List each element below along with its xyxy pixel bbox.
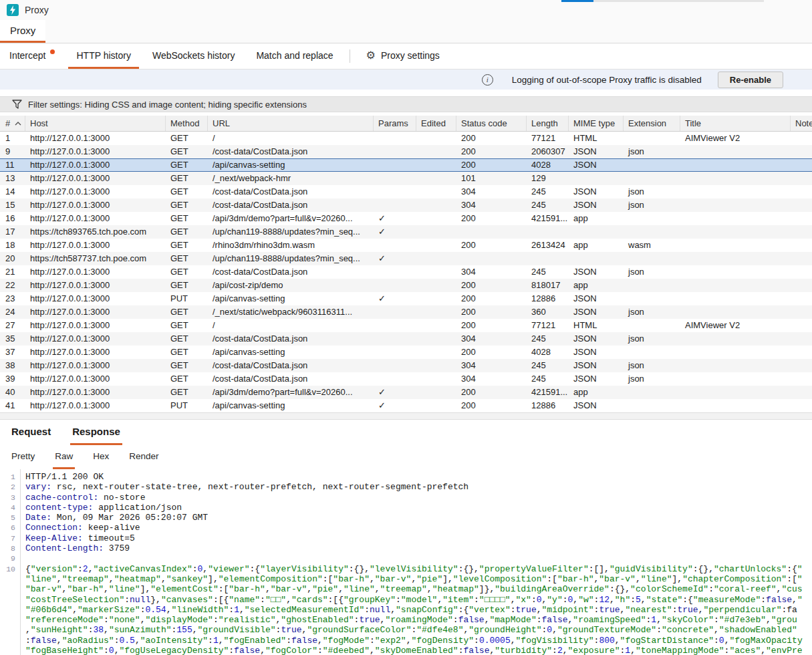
tab-pretty[interactable]: Pretty (9, 445, 37, 469)
column-header-title[interactable]: Title (680, 116, 791, 131)
tab-raw[interactable]: Raw (53, 445, 75, 469)
table-row[interactable]: 15http://127.0.0.1:3000GET/cost-data/Cos… (0, 199, 812, 212)
cell-params (374, 359, 416, 372)
table-row[interactable]: 38http://127.0.0.1:3000GET/cost-data/Cos… (0, 359, 812, 372)
cell-host: http://127.0.0.1:3000 (25, 145, 166, 158)
cell-mime: app (569, 386, 624, 399)
table-row[interactable]: 9http://127.0.0.1:3000GET/cost-data/Cost… (0, 145, 812, 158)
cell-ext (624, 172, 680, 185)
column-header-index[interactable]: # (0, 116, 25, 131)
cell-status: 200 (456, 132, 527, 145)
cell-id: 27 (0, 319, 25, 332)
cell-status: 304 (456, 332, 527, 346)
line-number (0, 646, 20, 655)
cell-mime: app (569, 212, 624, 225)
cell-status: 200 (456, 158, 527, 172)
column-header-label: Status code (461, 118, 507, 128)
cell-note (791, 305, 812, 319)
column-header-host[interactable]: Host (25, 116, 166, 131)
tab-render[interactable]: Render (127, 445, 160, 469)
cell-edited (416, 332, 456, 346)
table-row[interactable]: 23http://127.0.0.1:3000PUT/api/canvas-se… (0, 292, 812, 305)
cell-host: http://127.0.0.1:3000 (25, 386, 166, 399)
table-row[interactable]: 21http://127.0.0.1:3000GET/cost-data/Cos… (0, 265, 812, 279)
proxy-app-icon (7, 4, 19, 16)
cell-method: GET (166, 332, 208, 346)
line-number (0, 636, 20, 646)
column-header-status[interactable]: Status code (456, 116, 527, 131)
filter-settings-text: Filter settings: Hiding CSS and image co… (28, 100, 307, 110)
cell-edited (416, 185, 456, 199)
cell-note (791, 185, 812, 199)
cell-title (680, 332, 791, 346)
cell-method: GET (166, 252, 208, 265)
filter-settings-bar[interactable]: Filter settings: Hiding CSS and image co… (0, 96, 812, 112)
cell-ext: json (624, 372, 680, 386)
panel-splitter[interactable] (0, 412, 812, 420)
cell-url: /cost-data/CostData.json (208, 185, 374, 199)
table-row[interactable]: 41http://127.0.0.1:3000PUT/api/canvas-se… (0, 399, 812, 412)
table-row[interactable]: 37http://127.0.0.1:3000GET/api/canvas-se… (0, 346, 812, 359)
column-header-url[interactable]: URL (208, 116, 374, 131)
cell-title (680, 346, 791, 359)
tab-request[interactable]: Request (9, 420, 53, 445)
cell-mime: JSON (569, 199, 624, 212)
cell-edited (416, 252, 456, 265)
tab-proxy-settings[interactable]: ⚙ Proxy settings (358, 43, 448, 69)
cell-id: 13 (0, 172, 25, 185)
cell-id: 37 (0, 346, 25, 359)
table-row[interactable]: 16http://127.0.0.1:3000GET/api/3dm/demo?… (0, 212, 812, 225)
cell-ext (624, 346, 680, 359)
cell-method: GET (166, 279, 208, 292)
table-row[interactable]: 24http://127.0.0.1:3000GET/_next/static/… (0, 305, 812, 319)
table-row[interactable]: 11http://127.0.0.1:3000GET/api/canvas-se… (0, 158, 812, 172)
column-header-length[interactable]: Length (527, 116, 569, 131)
table-row[interactable]: 35http://127.0.0.1:3000GET/cost-data/Cos… (0, 332, 812, 346)
tab-http-history-label: HTTP history (76, 50, 130, 61)
cell-id: 17 (0, 225, 25, 239)
cell-id: 21 (0, 265, 25, 279)
cell-url: /api/canvas-setting (208, 292, 374, 305)
column-header-edited[interactable]: Edited (416, 116, 456, 131)
tab-http-history[interactable]: HTTP history (68, 43, 138, 69)
response-line-text: Date: Mon, 09 Mar 2026 05:20:07 GMT (20, 513, 208, 523)
tab-response[interactable]: Response (70, 420, 122, 445)
table-row[interactable]: 27http://127.0.0.1:3000GET/20077121HTMLA… (0, 319, 812, 332)
table-row[interactable]: 20https://tch587737.tch.poe.comGET/up/ch… (0, 252, 812, 265)
gear-icon: ⚙ (366, 50, 376, 61)
response-line: "line","treemap","heatmap","sankey"],"el… (0, 574, 812, 584)
tab-hex[interactable]: Hex (91, 445, 111, 469)
tab-websockets-history[interactable]: WebSockets history (144, 43, 243, 69)
re-enable-button[interactable]: Re-enable (718, 72, 783, 88)
raw-response-editor[interactable]: 1HTTP/1.1 200 OK2vary: rsc, next-router-… (0, 469, 812, 655)
cell-note (791, 172, 812, 185)
cell-title (680, 372, 791, 386)
table-row[interactable]: 18http://127.0.0.1:3000GET/rhino3dm/rhin… (0, 239, 812, 252)
table-row[interactable]: 1http://127.0.0.1:3000GET/20077121HTMLAI… (0, 132, 812, 145)
column-header-mime[interactable]: MIME type (569, 116, 624, 131)
table-row[interactable]: 13http://127.0.0.1:3000GET/_next/webpack… (0, 172, 812, 185)
cell-host: http://127.0.0.1:3000 (25, 332, 166, 346)
cell-ext (624, 158, 680, 172)
cell-host: http://127.0.0.1:3000 (25, 172, 166, 185)
table-row[interactable]: 17https://tch893765.tch.poe.comGET/up/ch… (0, 225, 812, 239)
line-number: 8 (0, 543, 20, 553)
column-header-params[interactable]: Params (374, 116, 416, 131)
table-row[interactable]: 14http://127.0.0.1:3000GET/cost-data/Cos… (0, 185, 812, 199)
cell-method: GET (166, 212, 208, 225)
checkmark-icon: ✓ (378, 293, 386, 303)
table-row[interactable]: 22http://127.0.0.1:3000GET/api/cost-zip/… (0, 279, 812, 292)
http-history-table: #HostMethodURLParamsEditedStatus codeLen… (0, 116, 812, 412)
column-header-method[interactable]: Method (166, 116, 208, 131)
table-row[interactable]: 40http://127.0.0.1:3000GET/api/3dm/demo?… (0, 386, 812, 399)
table-row[interactable]: 39http://127.0.0.1:3000GET/cost-data/Cos… (0, 372, 812, 386)
tab-proxy[interactable]: Proxy (0, 20, 45, 43)
column-header-ext[interactable]: Extension (624, 116, 680, 131)
cell-id: 20 (0, 252, 25, 265)
cell-url: /_next/webpack-hmr (208, 172, 374, 185)
cell-host: http://127.0.0.1:3000 (25, 158, 166, 172)
tab-intercept[interactable]: Intercept (1, 43, 63, 69)
tab-match-and-replace[interactable]: Match and replace (248, 43, 341, 69)
cell-ext (624, 292, 680, 305)
column-header-note[interactable]: Note (791, 116, 812, 131)
